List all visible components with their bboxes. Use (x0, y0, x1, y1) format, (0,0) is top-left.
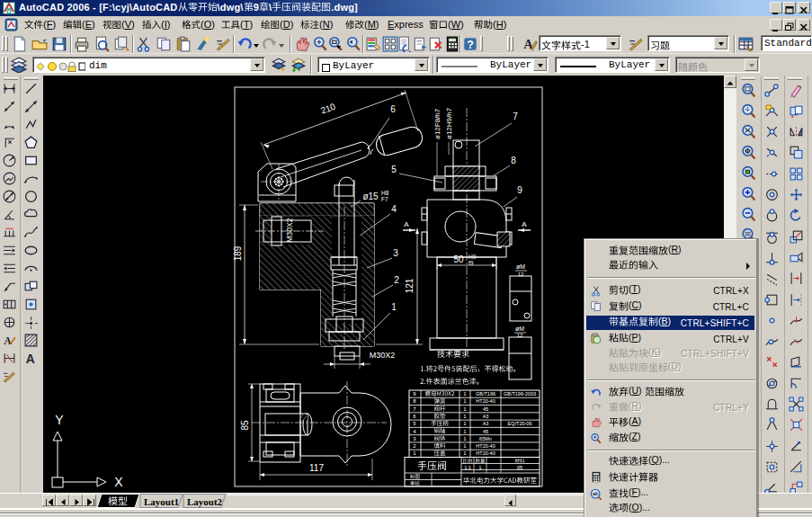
svg-text:189: 189 (233, 245, 243, 261)
svg-text:8: 8 (511, 156, 516, 165)
svg-text:EQ/T20-06: EQ/T20-06 (508, 421, 532, 426)
svg-text:05: 05 (517, 465, 522, 470)
svg-text:85: 85 (240, 420, 250, 431)
svg-text:Layout1: Layout1 (144, 496, 179, 507)
svg-text:øM: øM (515, 325, 524, 332)
svg-text:f9: f9 (468, 260, 474, 266)
svg-text:65Mn: 65Mn (479, 436, 492, 441)
svg-text:A3: A3 (483, 421, 489, 426)
svg-text:X: X (114, 475, 123, 489)
svg-text:ø12F8/h7: ø12F8/h7 (433, 108, 442, 139)
svg-text:F7: F7 (381, 196, 388, 202)
svg-text:A: A (4, 335, 12, 347)
svg-text:H8: H8 (381, 190, 389, 196)
svg-text:Layout2: Layout2 (187, 496, 223, 507)
svg-text:1: 1 (391, 302, 397, 312)
svg-text:ø15: ø15 (362, 192, 379, 201)
svg-text:GB/T196: GB/T196 (476, 391, 495, 397)
svg-text:7: 7 (513, 111, 518, 121)
svg-text:ø12H9/h7: ø12H9/h7 (445, 107, 453, 139)
svg-text:121: 121 (405, 278, 415, 293)
svg-text:9: 9 (517, 185, 522, 195)
svg-text:1:1: 1:1 (464, 465, 471, 470)
svg-text:ab: ab (593, 490, 599, 496)
svg-text:2: 2 (394, 275, 399, 285)
svg-text:45: 45 (483, 429, 488, 434)
svg-text:?: ? (467, 39, 474, 51)
svg-text:øM: øM (516, 263, 525, 270)
svg-text:Y: Y (55, 413, 64, 427)
svg-text:A: A (522, 220, 527, 228)
svg-text:A: A (26, 352, 35, 366)
svg-text:HT20-40: HT20-40 (476, 398, 495, 404)
svg-text:117: 117 (309, 463, 324, 473)
svg-text:GB/T196-2003: GB/T196-2003 (504, 391, 536, 397)
svg-text:HT20-40: HT20-40 (476, 443, 495, 449)
svg-text:12: 12 (517, 333, 523, 338)
svg-text:M30X2: M30X2 (285, 218, 294, 242)
svg-text:A: A (404, 220, 409, 228)
svg-text:3: 3 (393, 248, 398, 258)
svg-text:1: 1 (478, 465, 481, 470)
svg-text:6: 6 (390, 104, 396, 114)
svg-text:A3: A3 (483, 414, 489, 419)
svg-text:45: 45 (483, 406, 488, 412)
svg-text:HT20-40: HT20-40 (476, 450, 495, 456)
svg-text:4: 4 (391, 204, 397, 214)
svg-text:50: 50 (453, 254, 464, 264)
svg-text:M30X2: M30X2 (370, 351, 396, 360)
svg-text:5: 5 (391, 165, 397, 174)
svg-text:12: 12 (518, 272, 524, 277)
